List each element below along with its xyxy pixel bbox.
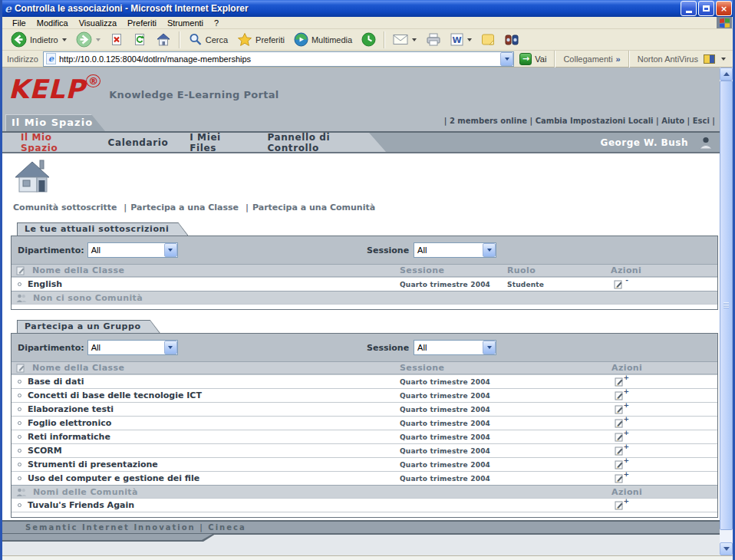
chevron-down-icon[interactable]: [164, 243, 177, 257]
session-label: Sessione: [367, 343, 409, 353]
table-row: Concetti di base delle tecnologie ICT Qu…: [12, 388, 717, 402]
messenger-button[interactable]: [500, 31, 523, 48]
bullet-icon: [18, 435, 21, 439]
print-button[interactable]: [422, 31, 445, 48]
chevron-down-icon[interactable]: [164, 341, 177, 354]
home-illustration[interactable]: [12, 156, 54, 196]
media-icon: [294, 32, 308, 47]
subscribe-action-button[interactable]: +: [615, 418, 625, 428]
forward-dropdown-icon[interactable]: [96, 38, 101, 41]
class-name: SCORM: [28, 446, 62, 456]
edit-dropdown-icon[interactable]: [467, 38, 472, 41]
chevron-down-icon[interactable]: [483, 243, 496, 257]
favorites-button[interactable]: Preferiti: [233, 31, 288, 48]
class-name: Strumenti di presentazione: [28, 460, 158, 469]
subscribe-action-button[interactable]: +: [615, 377, 625, 387]
title-bar: e Controlla le associazioni - Microsoft …: [0, 0, 735, 17]
browser-window: e Controlla le associazioni - Microsoft …: [0, 0, 735, 560]
subscribe-action-button[interactable]: +: [615, 432, 625, 442]
nav-tab-pannello-di-controllo[interactable]: Pannello di Controllo: [256, 132, 386, 153]
links-button[interactable]: Collegamenti »: [558, 54, 625, 64]
column-sessione: Sessione: [398, 363, 610, 373]
stop-button[interactable]: [106, 31, 127, 48]
bullet-icon: [18, 449, 21, 453]
menu-item[interactable]: Preferiti: [122, 18, 162, 28]
scroll-down-button[interactable]: [720, 542, 733, 555]
history-button[interactable]: [358, 31, 380, 48]
class-edit-icon: [16, 265, 26, 275]
subscriptions-filters: Dipartimento: All Sessione All: [12, 236, 717, 264]
table-row: SCORM Quarto trimestre 2004 +: [12, 443, 717, 457]
search-button[interactable]: Cerca: [184, 31, 232, 48]
back-icon: [11, 31, 27, 48]
class-session: Quarto trimestre 2004: [398, 444, 610, 457]
subscribe-action-button[interactable]: +: [615, 473, 625, 483]
mail-button[interactable]: [389, 32, 420, 47]
address-dropdown-button[interactable]: [500, 52, 513, 66]
chevron-down-icon[interactable]: [483, 341, 496, 354]
table-footer-spacer: [12, 512, 717, 517]
menu-item[interactable]: ?: [209, 18, 224, 28]
class-name: Uso del computer e gestione dei file: [28, 473, 199, 483]
space-tab[interactable]: Il Mio Spazio: [5, 114, 105, 131]
go-button[interactable]: → Vai: [514, 53, 552, 65]
session-select[interactable]: All: [414, 340, 496, 355]
department-select[interactable]: All: [87, 242, 178, 258]
norton-icon: [704, 54, 715, 64]
maximize-button[interactable]: [698, 1, 714, 16]
edit-word-button[interactable]: W: [447, 31, 476, 48]
session-links[interactable]: | 2 members online | Cambia Impostazioni…: [444, 117, 715, 125]
favorites-label: Preferiti: [255, 35, 285, 44]
subscribe-action-button[interactable]: +: [615, 404, 625, 414]
notes-button[interactable]: [477, 31, 499, 48]
no-communities-row: Non ci sono Comunità: [12, 291, 717, 304]
scrollbar-thumb[interactable]: [720, 81, 733, 530]
refresh-button[interactable]: [129, 31, 150, 48]
addressbar-separator: [554, 51, 555, 68]
addressbar-separator: [628, 51, 630, 68]
menu-item[interactable]: Visualizza: [74, 18, 122, 28]
subscribe-action-button[interactable]: +: [615, 446, 625, 456]
breadcrumb-link[interactable]: Partecipa a una Comunità: [252, 203, 375, 212]
subscribe-action-button[interactable]: +: [615, 460, 625, 469]
class-session: Quarto trimestre 2004: [398, 403, 610, 416]
edit-action-icon: [614, 279, 624, 289]
registered-mark: ®: [86, 74, 101, 87]
breadcrumb-link[interactable]: Partecipa a una Classe: [130, 203, 239, 212]
breadcrumb-link[interactable]: Comunità sottoscritte: [13, 203, 117, 212]
back-dropdown-icon[interactable]: [62, 38, 67, 41]
address-input[interactable]: e http://10.0.0.125:8004/dotlrn/manage-m…: [43, 51, 514, 67]
back-button[interactable]: Indietro: [7, 30, 71, 49]
page-icon: e: [46, 53, 56, 64]
department-select[interactable]: All: [87, 340, 178, 355]
norton-button[interactable]: Norton AntiVirus: [632, 54, 731, 64]
community-icon: [16, 294, 27, 302]
minimize-button[interactable]: [681, 1, 697, 16]
forward-button[interactable]: [72, 30, 104, 49]
subscribe-action-button[interactable]: +: [615, 500, 625, 510]
bullet-icon: [18, 503, 21, 507]
nav-tab-il-mio-spazio[interactable]: Il Mio Spazio: [2, 132, 97, 153]
unsubscribe-action-button[interactable]: -: [614, 279, 624, 289]
scroll-up-button[interactable]: [720, 68, 733, 81]
menu-item[interactable]: Modifica: [31, 18, 74, 28]
session-select[interactable]: All: [414, 242, 496, 258]
links-label: Collegamenti: [563, 54, 612, 64]
menu-item[interactable]: File: [7, 18, 31, 28]
norton-dropdown-icon[interactable]: [721, 58, 726, 61]
action-sign: +: [623, 415, 629, 423]
close-button[interactable]: ×: [716, 1, 732, 16]
subscribe-action-button[interactable]: +: [615, 390, 625, 400]
bullet-icon: [18, 407, 21, 411]
media-button[interactable]: Multimedia: [290, 31, 356, 48]
home-button[interactable]: [152, 31, 175, 48]
vertical-scrollbar[interactable]: [720, 68, 733, 555]
home-icon: [156, 32, 171, 47]
menu-item[interactable]: Strumenti: [162, 18, 209, 28]
nav-tab-calendario[interactable]: Calendario: [97, 137, 180, 148]
nav-tab-i-miei-files[interactable]: I Miei Files: [179, 132, 256, 153]
links-chevron-icon[interactable]: »: [616, 54, 621, 64]
scrollbar-track[interactable]: [720, 81, 733, 542]
address-url[interactable]: http://10.0.0.125:8004/dotlrn/manage-mem…: [59, 54, 500, 64]
mail-dropdown-icon[interactable]: [412, 38, 417, 41]
